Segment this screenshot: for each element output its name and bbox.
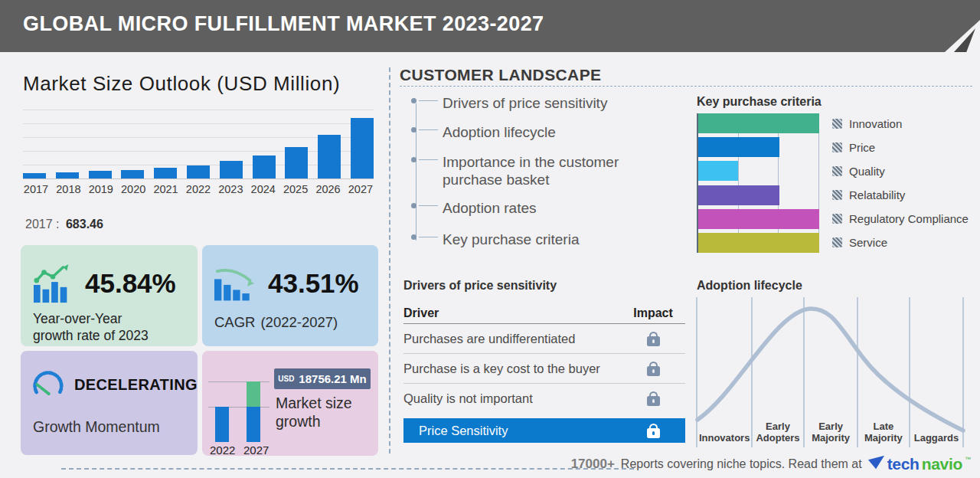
legend-hatch-icon: [832, 237, 842, 247]
mini-bar-2027: [247, 407, 260, 442]
report-count: 17000+: [571, 457, 615, 472]
lock-icon: [647, 428, 660, 438]
legend-label: Price: [849, 141, 875, 154]
axis-year-label: 2025: [279, 183, 312, 195]
adoption-stage-label: Innovators: [697, 433, 751, 444]
adoption-lifecycle-title: Adoption lifecycle: [697, 279, 802, 293]
driver-column-header: Driver: [403, 306, 439, 320]
customer-landscape-item: Adoption lifecycle: [443, 124, 657, 142]
criteria-bar: [698, 185, 779, 205]
adoption-stage-label: LateMajority: [857, 421, 910, 444]
cagr-value: 43.51%: [268, 268, 359, 299]
momentum-label: Growth Momentum: [21, 401, 198, 436]
footer-divider: [61, 468, 634, 470]
market-size-x-axis: 2017201820192020202120222023202420252026…: [20, 183, 377, 195]
customer-landscape-item: Key purchase criteria: [443, 231, 657, 249]
driver-row: Purchase is a key cost to the buyer: [403, 354, 685, 384]
footer: 17000+ Reports covering niche topics. Re…: [571, 455, 971, 473]
axis-year-label: 2021: [150, 183, 182, 195]
market-size-bar: [285, 147, 308, 178]
customer-landscape-item: Drivers of price sensitivity: [443, 95, 657, 113]
mini-axis-end-year: 2027: [243, 444, 269, 457]
market-size-bar: [23, 173, 46, 178]
growth-trend-icon: [33, 264, 74, 303]
mini-bar-2022: [215, 407, 229, 442]
trademark-symbol: ™: [965, 456, 971, 463]
page-title: GLOBAL MICRO FULFILLMENT MARKET 2023-202…: [0, 0, 980, 36]
legend-label: Service: [849, 236, 887, 249]
key-purchase-criteria-legend: InnovationPriceQualityRelatabilityRegula…: [832, 113, 969, 253]
axis-year-label: 2027: [345, 183, 377, 195]
footer-text: Reports covering niche topics. Read them…: [621, 457, 862, 471]
customer-landscape-connector: [416, 103, 416, 241]
adoption-lifecycle-chart: InnovatorsEarlyAdoptersEarlyMajorityLate…: [695, 297, 971, 447]
growth-momentum-card: DECELERATING Growth Momentum: [21, 351, 198, 455]
adoption-stage-label: EarlyMajority: [804, 421, 858, 444]
momentum-status: DECELERATING: [74, 376, 198, 394]
legend-hatch-icon: [832, 214, 842, 224]
market-size-bar: [351, 118, 374, 178]
axis-year-label: 2026: [312, 183, 345, 195]
axis-year-label: 2019: [85, 183, 117, 195]
legend-hatch-icon: [832, 190, 842, 200]
growth-mini-chart: 2022 2027: [208, 362, 273, 444]
growth-amount-badge: USD 18756.21 Mn: [274, 368, 371, 389]
legend-item: Price: [832, 137, 969, 157]
technavio-arrow-icon: [868, 455, 885, 470]
cagr-label: CAGR: [214, 314, 255, 330]
customer-landscape-item: Importance in the customer purchase bask…: [443, 154, 657, 189]
growth-card-label: Market size growth: [276, 394, 368, 431]
customer-landscape-title: CUSTOMER LANDSCAPE: [400, 66, 602, 84]
market-size-bar: [253, 156, 276, 178]
base-year-amount: 683.46: [66, 218, 103, 231]
criteria-bar: [698, 233, 819, 253]
legend-label: Innovation: [849, 117, 902, 130]
driver-name: Quality is not important: [403, 391, 533, 406]
lock-icon: [647, 366, 660, 376]
decline-trend-icon: [214, 265, 257, 302]
cagr-period: (2022-2027): [260, 314, 338, 330]
criteria-bar: [698, 161, 738, 181]
technavio-logo[interactable]: technavio ™: [868, 455, 971, 473]
market-size-bar: [56, 172, 79, 178]
market-size-bar: [318, 135, 341, 178]
market-size-bar: [187, 165, 210, 178]
legend-hatch-icon: [832, 119, 842, 129]
panel-divider: [389, 67, 390, 453]
infographic-page: GLOBAL MICRO FULFILLMENT MARKET 2023-202…: [0, 0, 980, 478]
price-sensitivity-label: Price Sensitivity: [403, 424, 508, 438]
price-sensitivity-table-header: Driver Impact: [403, 303, 685, 324]
mini-axis-start-year: 2022: [210, 444, 235, 457]
price-sensitivity-highlight-row: Price Sensitivity: [403, 418, 685, 443]
market-size-bar: [121, 170, 144, 178]
adoption-stage-label: EarlyAdopters: [751, 421, 805, 444]
legend-item: Quality: [832, 161, 969, 181]
legend-item: Service: [832, 233, 969, 253]
impact-cell: [621, 362, 685, 376]
lock-icon: [647, 336, 660, 346]
legend-item: Relatability: [832, 185, 969, 205]
base-year-label: 2017 :: [25, 218, 59, 231]
yoy-growth-card: 45.84% Year-over-Year growth rate of 202…: [21, 245, 198, 346]
header-banner: GLOBAL MICRO FULFILLMENT MARKET 2023-202…: [0, 0, 980, 52]
yoy-growth-value: 45.84%: [85, 268, 176, 299]
market-size-bar: [154, 168, 177, 178]
legend-label: Relatability: [849, 188, 905, 201]
gauge-icon: [33, 368, 64, 401]
impact-column-header: Impact: [621, 306, 685, 320]
legend-label: Quality: [849, 165, 885, 178]
market-size-title: Market Size Outlook (USD Million): [23, 72, 340, 96]
legend-hatch-icon: [832, 142, 842, 152]
legend-item: Regulatory Compliance: [832, 209, 969, 229]
market-size-bar: [220, 161, 243, 178]
price-sensitivity-drivers-title: Drivers of price sensitivity: [403, 279, 557, 293]
market-size-bar: [89, 171, 112, 178]
axis-year-label: 2022: [182, 183, 214, 195]
criteria-bar: [698, 113, 819, 133]
criteria-bar: [698, 137, 779, 157]
driver-row: Purchases are undifferentiated: [403, 324, 685, 354]
axis-year-label: 2020: [117, 183, 149, 195]
price-sensitivity-table: Driver Impact Purchases are undifferenti…: [403, 303, 685, 413]
growth-amount: 18756.21 Mn: [299, 372, 366, 385]
driver-row: Quality is not important: [403, 384, 685, 413]
